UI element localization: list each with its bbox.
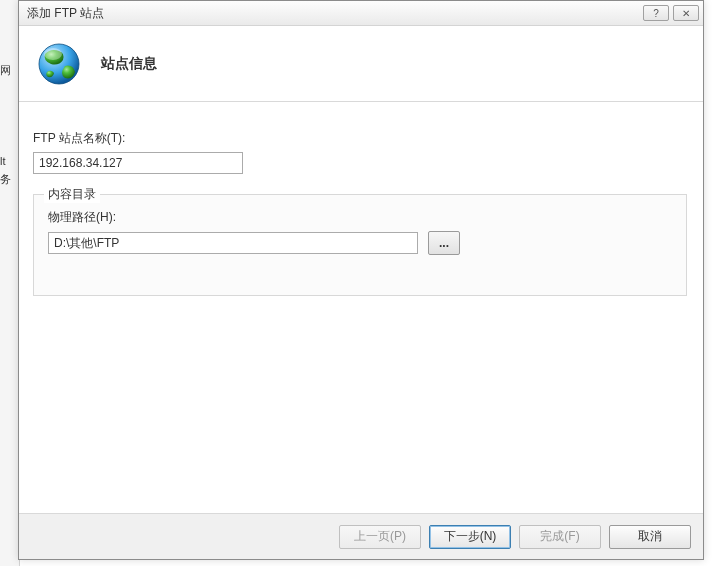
site-name-input[interactable]	[33, 152, 243, 174]
browse-button[interactable]: ...	[428, 231, 460, 255]
wizard-page-title: 站点信息	[101, 55, 157, 73]
titlebar: 添加 FTP 站点 ? ✕	[19, 1, 703, 26]
header-panel: 站点信息	[19, 26, 703, 102]
bg-text-2: lt	[0, 155, 6, 167]
content-area: FTP 站点名称(T): 内容目录 物理路径(H): ...	[19, 102, 703, 306]
content-directory-legend: 内容目录	[44, 186, 100, 203]
next-button[interactable]: 下一步(N)	[429, 525, 511, 549]
wizard-footer: 上一页(P) 下一步(N) 完成(F) 取消	[19, 513, 703, 559]
bg-text-1: 网	[0, 63, 11, 78]
physical-path-input[interactable]	[48, 232, 418, 254]
close-icon: ✕	[682, 8, 690, 19]
dialog-title: 添加 FTP 站点	[27, 5, 104, 22]
help-icon: ?	[653, 8, 659, 19]
svg-point-1	[44, 48, 62, 60]
add-ftp-site-dialog: 添加 FTP 站点 ? ✕	[18, 0, 704, 560]
site-name-label: FTP 站点名称(T):	[33, 130, 693, 147]
physical-path-label: 物理路径(H):	[48, 209, 672, 226]
background-panel: 网 lt 务	[0, 0, 20, 566]
help-button[interactable]: ?	[643, 5, 669, 21]
previous-button[interactable]: 上一页(P)	[339, 525, 421, 549]
globe-icon	[37, 42, 81, 86]
ellipsis-icon: ...	[439, 236, 449, 250]
finish-button[interactable]: 完成(F)	[519, 525, 601, 549]
cancel-button[interactable]: 取消	[609, 525, 691, 549]
bg-text-3: 务	[0, 172, 11, 187]
content-directory-group: 内容目录 物理路径(H): ...	[33, 194, 687, 296]
path-row: ...	[48, 231, 672, 255]
close-button[interactable]: ✕	[673, 5, 699, 21]
titlebar-buttons: ? ✕	[643, 5, 699, 21]
